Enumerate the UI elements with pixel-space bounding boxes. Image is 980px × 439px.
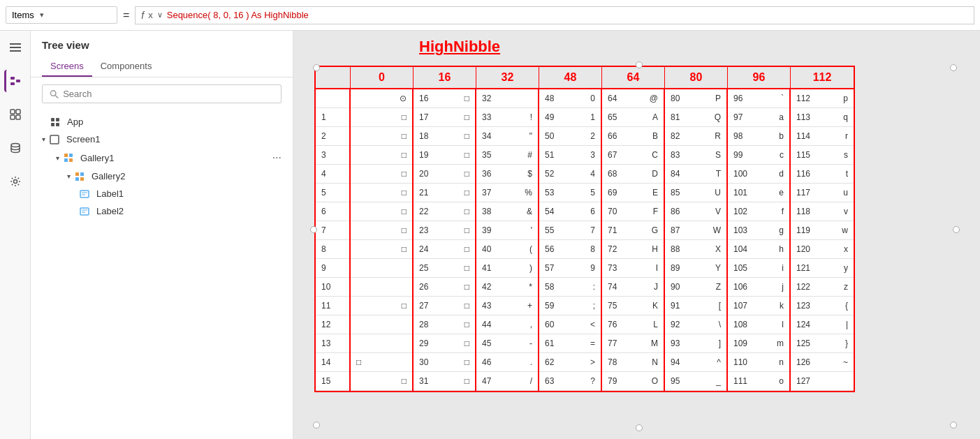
cell-num: 95 [671, 376, 687, 386]
svg-rect-4 [10, 82, 15, 85]
formula-bar[interactable]: f x ∨ Sequence( 8, 0, 16 ) As HighNibble [135, 6, 974, 24]
cell-num: 110 [733, 357, 750, 367]
tree-view-icon[interactable] [4, 70, 27, 92]
table-cell-3-2: 34" [476, 127, 538, 146]
table-cell-7-13: 109m [728, 334, 789, 353]
table-cell-2-9: 25□ [414, 259, 475, 278]
cell-char: ⊙ [400, 94, 407, 103]
cell-num: 17 [419, 112, 436, 122]
cell-char: + [527, 301, 532, 311]
items-dropdown[interactable]: Items ▾ [6, 6, 117, 24]
table-cell-6-2: 82R [665, 127, 726, 146]
cell-num: 121 [796, 263, 813, 273]
side-handle-b[interactable] [636, 424, 643, 431]
col-header-4: 48 [539, 67, 602, 88]
table-cell-4-3: 513 [539, 146, 601, 165]
tree-item-label2[interactable]: Label2 [31, 202, 293, 220]
cell-char: 7 [590, 225, 595, 235]
table-cell-1-1: □ [351, 108, 412, 127]
side-handle-l[interactable] [310, 226, 317, 233]
cell-char: g [779, 225, 784, 235]
side-handle-t[interactable] [636, 61, 643, 68]
cell-num: 76 [608, 320, 624, 329]
table-cell-3-15: 47/ [476, 372, 538, 391]
cell-num: 31 [419, 376, 436, 386]
cell-char: H [652, 244, 658, 254]
tree-item-label1[interactable]: Label1 [31, 185, 293, 202]
table-cell-4-13: 61= [539, 334, 601, 353]
settings-icon[interactable] [4, 170, 27, 193]
cell-num: 96 [733, 94, 750, 103]
cell-num: 94 [671, 357, 687, 367]
col-header-8: 112 [791, 67, 854, 88]
table-cell-8-8: 120x [791, 240, 854, 259]
corner-handle-bl[interactable] [313, 422, 320, 429]
cell-char: w [842, 225, 848, 235]
tab-screens[interactable]: Screens [42, 57, 92, 77]
screen1-label: Screen1 [66, 134, 281, 144]
tab-components[interactable]: Components [92, 57, 161, 77]
canvas-area: HighNibble 0163248648096112 123456789101… [293, 31, 980, 439]
table-cell-6-13: 93] [665, 334, 726, 353]
data-icon[interactable] [4, 137, 27, 159]
cell-char: ; [593, 301, 595, 311]
formula-text: Sequence( 8, 0, 16 ) As HighNibble [167, 10, 309, 20]
table-cell-5-1: 65A [602, 108, 664, 127]
table-cell-3-10: 42* [476, 278, 538, 297]
hamburger-menu-icon[interactable] [4, 36, 27, 59]
cell-num: 124 [796, 320, 813, 329]
search-input[interactable] [63, 89, 274, 99]
table-cell-5-11: 75K [602, 297, 664, 315]
cell-num: 73 [608, 263, 624, 273]
cell-num: 85 [671, 188, 687, 198]
cell-num: 65 [608, 112, 624, 122]
table-cell-0-0 [316, 89, 349, 108]
cell-char: ' [531, 225, 532, 235]
cell-char: □ [465, 225, 469, 235]
svg-rect-7 [16, 110, 20, 114]
gallery2-label: Gallery2 [92, 171, 281, 181]
side-handle-r[interactable] [953, 226, 960, 233]
table-cell-0-11: 11 [316, 297, 349, 315]
components-icon[interactable] [4, 103, 27, 126]
table-cell-2-0: 16□ [414, 89, 475, 108]
cell-num: 44 [482, 320, 499, 329]
cell-num: 81 [671, 112, 687, 122]
label2-label: Label2 [96, 206, 281, 216]
table-cell-0-13: 13 [316, 334, 349, 353]
cell-char: □ [465, 376, 469, 386]
cell-char: u [843, 188, 848, 198]
corner-handle-tl[interactable] [313, 64, 320, 71]
table-cell-5-2: 66B [602, 127, 664, 146]
cell-char: □ [402, 169, 407, 179]
cell-num: 46 [482, 357, 499, 367]
table-cell-8-10: 122z [791, 278, 854, 297]
top-bar: Items ▾ = f x ∨ Sequence( 8, 0, 16 ) As … [0, 0, 980, 31]
tree-item-screen1[interactable]: ▾ Screen1 [31, 131, 293, 148]
corner-handle-br[interactable] [950, 422, 957, 429]
cell-num: 123 [796, 301, 813, 311]
tree-item-gallery1[interactable]: ▾ Gallery1 ··· [31, 148, 293, 168]
search-box[interactable] [42, 84, 281, 103]
cell-num: 23 [419, 225, 436, 235]
gallery1-more-button[interactable]: ··· [272, 151, 281, 164]
cell-char: □ [465, 357, 469, 367]
cell-char: □ [465, 150, 469, 160]
cell-char: O [652, 376, 658, 386]
table-cell-8-9: 121y [791, 259, 854, 278]
table-cell-1-15: □ [351, 372, 412, 391]
cell-num: □ [356, 357, 373, 367]
cell-num: 91 [671, 301, 687, 311]
tree-item-app[interactable]: App [31, 113, 293, 131]
table-cell-5-10: 74J [602, 278, 664, 297]
corner-handle-tr[interactable] [950, 64, 957, 71]
table-cell-4-1: 491 [539, 108, 601, 127]
cell-num: 98 [733, 131, 750, 141]
table-cell-8-13: 125} [791, 334, 854, 353]
tree-item-gallery2[interactable]: ▾ Gallery2 [31, 168, 293, 185]
table-cell-8-6: 118v [791, 202, 854, 221]
cell-num: 86 [671, 207, 687, 216]
cell-num: 72 [608, 244, 624, 254]
table-cell-5-7: 71G [602, 221, 664, 240]
table-cell-3-8: 40( [476, 240, 538, 259]
